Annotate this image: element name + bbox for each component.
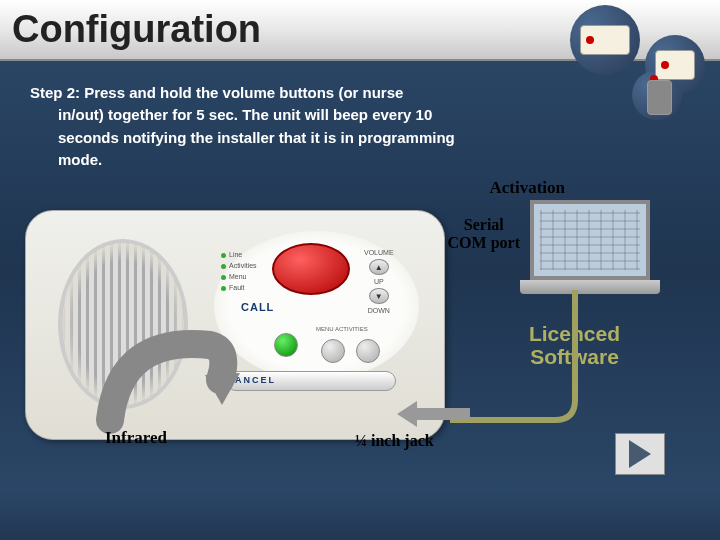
volume-up-label: UP bbox=[364, 278, 394, 285]
svg-rect-1 bbox=[415, 408, 470, 420]
play-button[interactable] bbox=[615, 433, 665, 475]
thumbnail-device-3 bbox=[647, 80, 672, 115]
svg-marker-2 bbox=[397, 401, 417, 427]
led-activities: Activities bbox=[221, 260, 257, 271]
footer-gradient bbox=[0, 490, 720, 540]
menu-button bbox=[321, 339, 345, 363]
volume-section: VOLUME ▲ UP ▼ DOWN bbox=[364, 249, 394, 314]
volume-title: VOLUME bbox=[364, 249, 394, 256]
led-menu: Menu bbox=[221, 271, 257, 282]
step-body-1: Press and hold the volume buttons (or nu… bbox=[84, 84, 403, 101]
activities-button bbox=[356, 339, 380, 363]
step-instruction: Step 2: Press and hold the volume button… bbox=[30, 83, 630, 170]
menu-activities-label: MENU ACTIVITIES bbox=[316, 326, 368, 332]
call-label: CALL bbox=[241, 301, 274, 313]
step-body-4: mode. bbox=[30, 150, 630, 170]
volume-down-button: ▼ bbox=[369, 288, 389, 304]
step-body-2: in/out) together for 5 sec. The unit wil… bbox=[30, 105, 630, 125]
label-quarter-inch-jack: ¼ inch jack bbox=[355, 432, 434, 450]
green-button bbox=[274, 333, 298, 357]
label-infrared: Infrared bbox=[105, 428, 167, 448]
label-serial-com-port: Serial COM port bbox=[448, 216, 520, 251]
label-activation: Activation bbox=[489, 178, 565, 198]
play-icon bbox=[629, 440, 651, 468]
led-line: Line bbox=[221, 249, 257, 260]
volume-down-label: DOWN bbox=[364, 307, 394, 314]
device-thumbnails bbox=[560, 0, 710, 100]
jack-arrow-icon bbox=[395, 395, 475, 435]
infrared-arrow-icon bbox=[90, 325, 260, 435]
led-indicators: Line Activities Menu Fault bbox=[221, 249, 257, 293]
led-fault: Fault bbox=[221, 282, 257, 293]
step-number: Step 2: bbox=[30, 84, 80, 101]
volume-up-button: ▲ bbox=[369, 259, 389, 275]
thumbnail-device-1 bbox=[580, 25, 630, 55]
step-body-3: seconds notifying the installer that it … bbox=[30, 128, 630, 148]
thumbnail-device-2 bbox=[655, 50, 695, 80]
call-button bbox=[272, 243, 350, 295]
